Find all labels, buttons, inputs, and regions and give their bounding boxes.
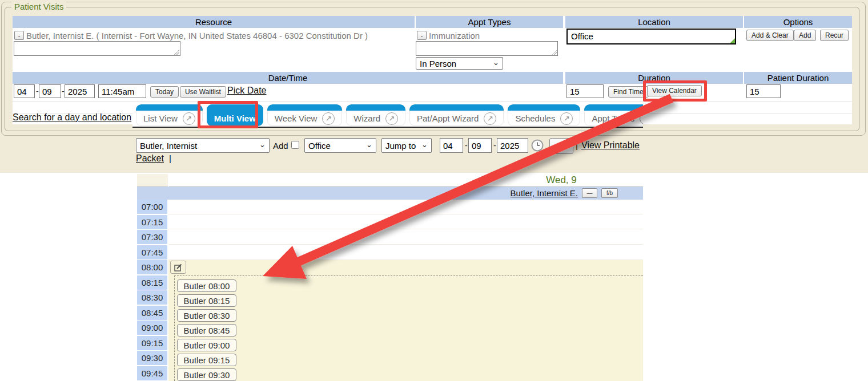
tab-label: Wizard — [353, 114, 380, 123]
appointment-button[interactable]: Butler 08:45 — [177, 324, 236, 337]
tab-label: Week View — [275, 114, 317, 123]
add-button[interactable]: Add — [794, 30, 816, 41]
appt-type-collapse-button[interactable]: - — [417, 31, 427, 40]
time-label: 09:30 — [137, 351, 167, 365]
tab-accent — [267, 104, 342, 111]
tab-wizard[interactable]: Wizard↗ — [346, 104, 405, 126]
time-label: 07:45 — [137, 245, 167, 260]
time-label: 08:15 — [137, 275, 167, 290]
appointment-button[interactable]: Butler 08:00 — [177, 279, 236, 292]
use-waitlist-button[interactable]: Use Waitlist — [180, 86, 226, 98]
popout-arrow-icon[interactable]: ↗ — [484, 112, 496, 125]
tab-appt-types[interactable]: Appt Types↗ — [584, 104, 643, 126]
provider-select[interactable]: Butler, Internist ⌄ — [136, 138, 270, 153]
collapse-column-button[interactable]: — — [582, 188, 597, 198]
location-header: Location — [565, 16, 743, 28]
calendar-gutter-header — [137, 174, 168, 187]
tab-week-view[interactable]: Week View↗ — [267, 104, 342, 126]
resource-search-input[interactable] — [14, 41, 180, 56]
edit-appointment-button[interactable] — [170, 261, 186, 274]
visit-mode-select[interactable]: In Person ⌄ — [416, 57, 503, 70]
pipe-text: | — [576, 140, 578, 150]
duration-input[interactable] — [566, 84, 604, 98]
popout-arrow-icon[interactable]: ↗ — [385, 112, 398, 125]
tab-accent — [136, 104, 203, 111]
date-separator: - — [36, 87, 39, 96]
options-header: Options — [744, 16, 852, 28]
resource-selected-text: Butler, Internist E. ( Internist - Fort … — [26, 31, 368, 40]
resize-handle-icon — [174, 50, 179, 55]
toolbar-year-input[interactable] — [497, 138, 528, 153]
jump-to-select[interactable]: Jump to ⌄ — [381, 138, 432, 153]
appt-types-header: Appt Types — [416, 16, 563, 28]
tab-accent — [508, 104, 580, 111]
view-printable-link[interactable]: View Printable — [581, 140, 640, 151]
toolbar-month-input[interactable] — [440, 138, 463, 153]
free-busy-button[interactable]: f/b — [601, 188, 618, 198]
time-slot[interactable] — [168, 245, 643, 260]
appt-type-selected-text: Immunization — [429, 31, 480, 40]
add-provider-checkbox[interactable] — [291, 141, 299, 149]
patient-duration-input[interactable] — [746, 84, 781, 98]
resize-handle-icon — [730, 38, 735, 43]
popout-arrow-icon[interactable]: ↗ — [640, 112, 643, 125]
calendar-provider-link[interactable]: Butler, Internist E. — [511, 188, 578, 198]
appointment-button[interactable]: Butler 08:15 — [177, 294, 236, 307]
printable-pipe: | — [169, 153, 171, 163]
tab-label: List View — [143, 114, 178, 123]
view-printable-link-wrap[interactable]: Packet — [136, 153, 164, 164]
chevron-down-icon: ⌄ — [259, 140, 266, 149]
jump-to-value: Jump to — [385, 141, 416, 151]
tab-pat-appt-wizard[interactable]: Pat/Appt Wizard↗ — [409, 104, 504, 126]
time-label: 09:45 — [137, 366, 167, 380]
popout-arrow-icon[interactable]: ↗ — [183, 112, 195, 125]
recur-button[interactable]: Recur — [820, 30, 849, 41]
time-slot[interactable] — [168, 214, 643, 229]
chevron-down-icon: ⌄ — [421, 140, 428, 149]
appointment-group-outline — [174, 275, 643, 381]
printable-pipe: | — [576, 140, 578, 150]
time-slot[interactable] — [168, 230, 643, 245]
toolbar-day-input[interactable] — [468, 138, 492, 153]
time-slot[interactable] — [168, 200, 643, 214]
popout-arrow-icon[interactable]: ↗ — [560, 112, 573, 125]
time-label: 07:30 — [137, 230, 167, 244]
row-divider — [13, 101, 852, 102]
time-input[interactable] — [98, 84, 146, 98]
day-input[interactable] — [39, 84, 61, 98]
popout-arrow-icon[interactable]: ↗ — [322, 112, 335, 125]
annotation-box-view-calendar — [643, 80, 707, 102]
month-input[interactable] — [14, 84, 35, 98]
time-label: 09:00 — [137, 321, 167, 335]
pick-date-link[interactable]: Pick Date — [227, 86, 266, 96]
today-button[interactable]: Today — [150, 86, 179, 98]
tab-schedules[interactable]: Schedules↗ — [508, 104, 580, 126]
go-button[interactable]: GO — [549, 138, 573, 154]
time-label: 08:45 — [137, 306, 167, 320]
clock-icon[interactable] — [531, 139, 544, 152]
tab-label: Schedules — [515, 114, 555, 123]
date-separator: - — [62, 87, 65, 96]
tab-list-view[interactable]: List View↗ — [136, 104, 203, 126]
resize-handle-icon — [552, 50, 557, 55]
location-input[interactable]: Office — [566, 29, 736, 44]
appointment-button[interactable]: Butler 09:15 — [177, 354, 236, 366]
appt-type-search-input[interactable] — [416, 41, 558, 56]
date-separator: - — [493, 141, 496, 150]
time-label: 09:15 — [137, 336, 167, 350]
datetime-header: Date/Time — [13, 72, 563, 84]
tab-accent — [346, 104, 405, 111]
resource-collapse-button[interactable]: - — [14, 31, 24, 40]
search-day-location-link[interactable]: Search for a day and location — [13, 112, 131, 123]
appointment-button[interactable]: Butler 08:30 — [177, 309, 236, 322]
appointment-button[interactable]: Butler 09:30 — [177, 368, 236, 381]
tab-accent — [584, 104, 643, 111]
appointment-button[interactable]: Butler 09:00 — [177, 339, 236, 351]
location-select-value: Office — [308, 141, 331, 151]
location-select[interactable]: Office ⌄ — [304, 138, 376, 153]
calendar-day-header-cell: Wed, 9 — [169, 174, 643, 187]
chevron-down-icon: ⌄ — [493, 58, 499, 67]
add-and-clear-button[interactable]: Add & Clear — [746, 30, 794, 41]
year-input[interactable] — [65, 84, 95, 98]
calendar-resource-row: Butler, Internist E. — f/b — [137, 187, 643, 200]
